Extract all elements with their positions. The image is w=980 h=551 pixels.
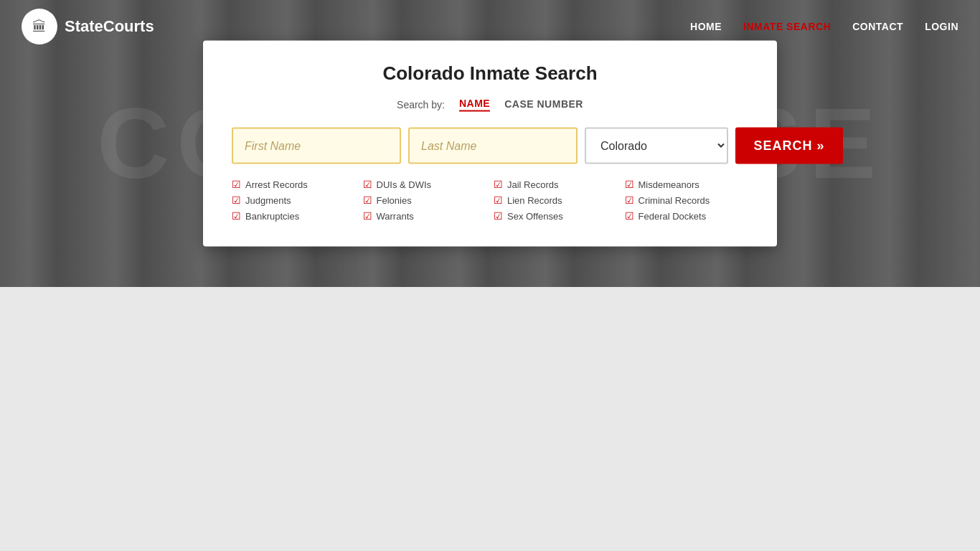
feature-label: Judgments	[245, 194, 291, 205]
feature-judgments: ☑ Judgments	[232, 194, 356, 206]
feature-jail-records: ☑ Jail Records	[494, 179, 618, 190]
feature-label: Warrants	[377, 210, 414, 221]
check-icon: ☑	[625, 179, 634, 190]
check-icon: ☑	[625, 210, 634, 222]
first-name-input[interactable]	[232, 128, 401, 164]
nav-inmate-search[interactable]: INMATE SEARCH	[743, 21, 831, 32]
nav-contact[interactable]: CONTACT	[852, 21, 903, 32]
tab-case-number[interactable]: CASE NUMBER	[504, 98, 583, 111]
check-icon: ☑	[363, 179, 372, 190]
check-icon: ☑	[494, 179, 503, 190]
check-icon: ☑	[232, 210, 241, 222]
feature-lien-records: ☑ Lien Records	[494, 194, 618, 206]
feature-label: Sex Offenses	[507, 210, 563, 221]
feature-label: Misdemeanors	[639, 179, 699, 189]
check-icon: ☑	[363, 210, 372, 222]
check-icon: ☑	[232, 179, 241, 190]
check-icon: ☑	[625, 194, 634, 206]
search-by-label: Search by:	[397, 99, 445, 110]
feature-federal-dockets: ☑ Federal Dockets	[625, 210, 749, 222]
feature-warrants: ☑ Warrants	[363, 210, 487, 222]
state-select[interactable]: Colorado Alabama Alaska Arizona Arkansas…	[585, 128, 728, 164]
nav-login[interactable]: LOGIN	[925, 21, 958, 32]
feature-label: Arrest Records	[245, 179, 308, 189]
logo-icon: 🏛	[22, 9, 57, 44]
feature-label: Criminal Records	[639, 194, 710, 205]
search-by-row: Search by: NAME CASE NUMBER	[232, 98, 748, 112]
nav-home[interactable]: HOME	[690, 21, 722, 32]
feature-label: DUIs & DWIs	[377, 179, 432, 189]
feature-label: Federal Dockets	[639, 210, 707, 221]
feature-sex-offenses: ☑ Sex Offenses	[494, 210, 618, 222]
logo-link[interactable]: 🏛 StateCourts	[22, 9, 154, 44]
feature-duis: ☑ DUIs & DWIs	[363, 179, 487, 190]
feature-felonies: ☑ Felonies	[363, 194, 487, 206]
check-icon: ☑	[494, 194, 503, 206]
check-icon: ☑	[494, 210, 503, 222]
check-icon: ☑	[232, 194, 241, 206]
feature-label: Jail Records	[507, 179, 559, 189]
feature-criminal-records: ☑ Criminal Records	[625, 194, 749, 206]
search-inputs: Colorado Alabama Alaska Arizona Arkansas…	[232, 128, 748, 164]
card-title: Colorado Inmate Search	[232, 62, 748, 85]
feature-arrest-records: ☑ Arrest Records	[232, 179, 356, 190]
feature-misdemeanors: ☑ Misdemeanors	[625, 179, 749, 190]
feature-bankruptcies: ☑ Bankruptcies	[232, 210, 356, 222]
check-icon: ☑	[363, 194, 372, 206]
feature-label: Lien Records	[507, 194, 562, 205]
features-grid: ☑ Arrest Records ☑ DUIs & DWIs ☑ Jail Re…	[232, 179, 748, 222]
nav-links: HOME INMATE SEARCH CONTACT LOGIN	[690, 21, 958, 32]
tab-name[interactable]: NAME	[459, 98, 490, 112]
search-button[interactable]: SEARCH »	[735, 128, 843, 164]
feature-label: Felonies	[377, 194, 412, 205]
last-name-input[interactable]	[408, 128, 578, 164]
hero-section: COURTHOUSE 🏛 StateCourts HOME INMATE SEA…	[0, 0, 980, 287]
feature-label: Bankruptcies	[245, 210, 299, 221]
search-card: Colorado Inmate Search Search by: NAME C…	[203, 41, 777, 247]
logo-text: StateCourts	[65, 17, 154, 36]
